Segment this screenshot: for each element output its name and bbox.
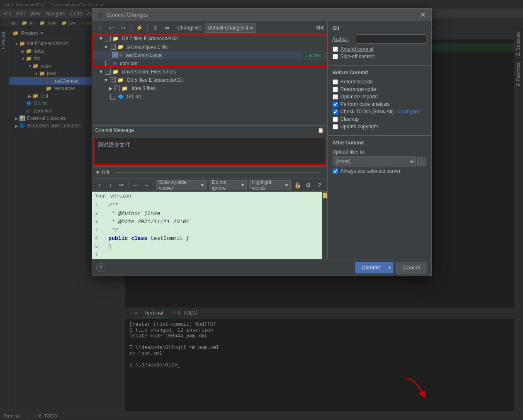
dropdown-icon: ▾	[201, 182, 204, 188]
ft-item-unversioned[interactable]: ▼ □ 📁 Unversioned Files 5 files	[92, 68, 327, 76]
folder-icon: 📁	[122, 85, 128, 91]
diff-sep-2	[153, 181, 153, 189]
cleanup-checkbox[interactable]: Cleanup	[333, 116, 426, 122]
checkbox-git[interactable]: □	[105, 36, 111, 42]
upload-label: Upload files to:	[333, 149, 365, 155]
always-use-checkbox[interactable]: Always use selected server	[333, 168, 426, 174]
diff-line-3: 3 * @Date 2021/11/11 20:01	[92, 217, 322, 226]
prev-diff-icon[interactable]: ↑	[95, 181, 104, 190]
cleanup-label: Cleanup	[341, 116, 359, 122]
added-badge: 1 added	[302, 52, 324, 58]
expand-icon[interactable]: ⇕	[151, 23, 160, 32]
commit-button-dropdown[interactable]: ▾	[386, 262, 393, 273]
check-todo-input[interactable]	[333, 109, 338, 115]
undo-icon[interactable]: ↩	[107, 23, 116, 32]
ft-label: Unversioned Files 5 files	[122, 69, 176, 75]
edit-diff-icon[interactable]: ✏	[117, 181, 126, 190]
upload-browse-button[interactable]: ...	[417, 157, 426, 166]
update-copyright-checkbox[interactable]: Update copyright	[333, 124, 426, 129]
always-use-label: Always use selected server	[341, 168, 401, 174]
ft-item-srcmainjava[interactable]: ▼ □ 📁 src\main\java 1 file	[92, 43, 327, 51]
rearrange-checkbox[interactable]: Rearrange code	[333, 86, 426, 92]
signoff-commit-checkbox[interactable]: Sign-off commit	[333, 54, 426, 59]
arrow-icon: ▼	[104, 44, 109, 50]
optimize-input[interactable]	[333, 94, 338, 100]
next-change-icon[interactable]: →	[142, 181, 151, 190]
ft-item-git[interactable]: ▼ □ 📁 Git 2 files E:\ideacode\Git	[92, 34, 327, 43]
optimize-checkbox[interactable]: Optimize imports	[333, 94, 426, 100]
reformat-checkbox[interactable]: Reformat code	[333, 79, 426, 85]
dialog-body: ↑ ↩ ↪ ⚡ ⇕ ⇔ Changelist: Default Changeli…	[92, 21, 431, 259]
git-section-title: Git	[333, 25, 426, 31]
changelist-select[interactable]: Default Changelist ▾	[205, 23, 255, 33]
cleanup-input[interactable]	[333, 117, 338, 122]
amend-commit-checkbox[interactable]: Amend commit	[333, 46, 426, 52]
diff-scrollbar[interactable]	[322, 192, 327, 259]
copy-icon[interactable]: 📋	[318, 127, 324, 133]
checkbox-testcommit[interactable]: ✓	[112, 52, 118, 58]
checkin-icon[interactable]: ⚡	[135, 23, 144, 32]
configure-link[interactable]: Configure	[398, 109, 419, 115]
ignore-select[interactable]: Do not ignore ▾	[209, 180, 247, 190]
dialog-toolbar: ↑ ↩ ↪ ⚡ ⇕ ⇔ Changelist: Default Changeli…	[92, 21, 327, 34]
commit-button-group[interactable]: Commit ▾	[355, 262, 394, 273]
help-button[interactable]: ?	[96, 263, 105, 272]
ft-item-testcommit[interactable]: ✓ © testCommit.java 1 added	[92, 51, 327, 59]
arrow-icon: ▼	[99, 36, 104, 42]
ft-label: src\main\java 1 file	[126, 44, 168, 50]
dialog-close-button[interactable]: ✕	[419, 11, 427, 19]
perform-analysis-input[interactable]	[333, 102, 338, 107]
arrow-icon: ▶	[109, 85, 112, 91]
before-commit-title: Before Commit	[333, 70, 426, 76]
arrow-icon: ▼	[99, 69, 104, 75]
upload-select[interactable]: (none)	[333, 156, 416, 166]
checkbox-idea3[interactable]: □	[114, 85, 120, 91]
check-todo-checkbox[interactable]: Check TODO (Show All) Configure	[333, 109, 426, 115]
upload-select-row: (none) ...	[333, 156, 426, 166]
ft-item-pomxml[interactable]: □ m pom.xml	[92, 59, 327, 68]
ft-item-gitiml2[interactable]: □ 🔷 Git.iml	[92, 93, 327, 101]
commit-button-main[interactable]: Commit	[355, 262, 386, 273]
ft-item-idea3[interactable]: ▶ □ 📁 .idea 3 files	[92, 84, 327, 93]
collapse-diff-icon[interactable]: ▼	[95, 170, 100, 176]
rearrange-input[interactable]	[333, 87, 338, 92]
settings-icon[interactable]: ⚙	[304, 181, 313, 190]
commit-msg-input[interactable]: 测试提交文件	[95, 138, 325, 163]
signoff-checkbox[interactable]	[333, 54, 338, 59]
viewer-select[interactable]: Side-by-side viewer ▾	[156, 180, 206, 190]
update-icon[interactable]: ↑	[95, 23, 105, 32]
update-copyright-input[interactable]	[333, 124, 338, 129]
reformat-input[interactable]	[333, 79, 338, 85]
dialog-titlebar: ⬛ Commit Changes ✕	[92, 9, 431, 21]
collapse-icon[interactable]: ⇔	[163, 23, 172, 32]
ft-label: .idea 3 files	[131, 85, 156, 91]
checkbox-unversioned[interactable]: □	[105, 69, 111, 75]
dialog-filetree: ▼ □ 📁 Git 2 files E:\ideacode\Git ▼ □ 📁 …	[92, 34, 327, 126]
checkbox-gitiml2[interactable]: □	[110, 94, 116, 100]
diff-line-5: 5 public class testCommit {	[92, 234, 322, 242]
check-todo-label: Check TODO (Show All)	[341, 109, 394, 115]
diff-sep-1	[128, 181, 129, 189]
module-icon: 🔷	[118, 94, 124, 100]
next-diff-icon[interactable]: ↓	[106, 181, 115, 190]
prev-change-icon[interactable]: ←	[131, 181, 140, 190]
ft-label: Git.iml	[127, 94, 141, 100]
always-use-input[interactable]	[333, 168, 338, 174]
cancel-button[interactable]: Cancel	[396, 262, 427, 273]
ft-label: testCommit.java	[126, 52, 161, 58]
checkbox-pomxml[interactable]: □	[105, 61, 111, 66]
commit-msg-box: 测试提交文件	[94, 137, 326, 165]
signoff-label: Sign-off commit	[341, 54, 375, 59]
amend-checkbox[interactable]	[333, 46, 338, 52]
ft-item-git5[interactable]: ▼ □ 📁 Git 5 files E:\ideacode\Git	[92, 76, 327, 84]
author-input[interactable]	[356, 34, 426, 44]
redo-icon[interactable]: ↪	[119, 23, 128, 32]
highlight-select[interactable]: Highlight words ▾	[249, 180, 291, 190]
lock-icon[interactable]: 🔒	[293, 181, 302, 190]
git-section: Git Author: Amend commit Sign-off commit	[328, 21, 431, 66]
perform-analysis-checkbox[interactable]: Perform code analysis	[333, 101, 426, 107]
checkbox-srcmainjava[interactable]: □	[110, 44, 116, 50]
checkbox-git5[interactable]: □	[110, 77, 116, 83]
help-icon[interactable]: ?	[315, 181, 324, 190]
arrow-annotation	[399, 374, 448, 399]
